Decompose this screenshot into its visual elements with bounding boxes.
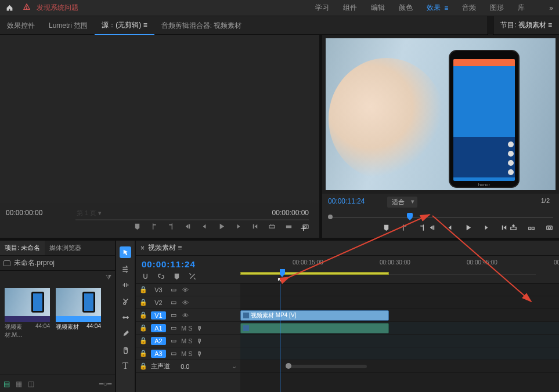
svg-rect-2 bbox=[269, 226, 275, 228]
program-monitor: honor 00:00:11:24 适合 1/2 bbox=[322, 35, 559, 238]
program-playhead[interactable] bbox=[407, 213, 413, 217]
track-v3[interactable]: 🔒V3▭👁 bbox=[136, 284, 240, 296]
tab-source[interactable]: 源：(无剪辑) ≡ bbox=[95, 16, 154, 35]
mark-in-icon[interactable] bbox=[150, 223, 158, 230]
icon-view-icon[interactable]: ▦ bbox=[16, 380, 22, 388]
audio-clip[interactable] bbox=[240, 323, 389, 333]
program-timecode[interactable]: 00:00:11:24 bbox=[328, 197, 365, 205]
step-back-icon[interactable] bbox=[446, 224, 454, 231]
go-in-icon[interactable] bbox=[428, 224, 436, 231]
selection-tool-icon[interactable] bbox=[120, 246, 131, 258]
warning-text[interactable]: 发现系统问题 bbox=[37, 3, 78, 13]
clip-item[interactable]: 视频素材44:04 bbox=[56, 288, 101, 370]
tab-effect-controls[interactable]: 效果控件 bbox=[0, 16, 42, 35]
source-tc-in[interactable]: 00:00:00:00 bbox=[6, 209, 42, 217]
timeline-tab[interactable]: 视频素材 ≡ bbox=[148, 243, 182, 253]
timeline-timecode[interactable]: 00:00:11:24 bbox=[142, 259, 235, 269]
go-in-icon[interactable] bbox=[184, 223, 192, 230]
pen-tool-icon[interactable] bbox=[120, 328, 131, 339]
source-canvas[interactable] bbox=[0, 35, 319, 203]
filter-bar[interactable]: ⧩ bbox=[0, 271, 115, 284]
marker-icon[interactable] bbox=[383, 224, 390, 231]
zoom-level[interactable]: 1/2 bbox=[541, 197, 550, 204]
overflow-icon[interactable]: » bbox=[549, 4, 553, 12]
insert-icon[interactable] bbox=[268, 223, 276, 230]
tab-project[interactable]: 项目: 未命名 bbox=[0, 241, 45, 255]
time-ruler[interactable]: 00:00:15:00 00:00:30:00 00:00:45:00 00:0… bbox=[240, 259, 559, 277]
overwrite-icon[interactable] bbox=[285, 223, 293, 230]
ws-library[interactable]: 库 bbox=[518, 3, 525, 13]
track-v2[interactable]: 🔒V2▭👁 bbox=[136, 296, 240, 309]
marker2-icon[interactable] bbox=[173, 273, 181, 280]
track-a3[interactable]: 🔒A3▭M S🎙 bbox=[136, 347, 240, 360]
pane-divider[interactable] bbox=[488, 16, 493, 35]
program-ruler[interactable] bbox=[328, 211, 553, 220]
snap-icon[interactable] bbox=[142, 273, 149, 280]
timeline-tabs: × 视频素材 ≡ bbox=[136, 241, 559, 256]
ws-color[interactable]: 颜色 bbox=[399, 3, 413, 13]
freeform-icon[interactable]: ◫ bbox=[28, 380, 34, 388]
go-out-icon[interactable] bbox=[500, 224, 508, 231]
track-select-tool-icon[interactable] bbox=[120, 263, 131, 274]
mark-out-icon[interactable] bbox=[167, 223, 175, 230]
source-ruler[interactable] bbox=[75, 219, 309, 220]
go-out-icon[interactable] bbox=[251, 223, 259, 230]
ws-learn[interactable]: 学习 bbox=[315, 3, 329, 13]
track-a1[interactable]: 🔒A1▭M S🎙 bbox=[136, 322, 240, 335]
svg-rect-7 bbox=[529, 227, 531, 230]
ws-graphics[interactable]: 图形 bbox=[490, 3, 504, 13]
tab-audio-mixer[interactable]: 音频剪辑混合器: 视频素材 bbox=[154, 16, 249, 35]
fit-dropdown[interactable]: 适合 bbox=[387, 197, 417, 208]
bin-row[interactable]: 未命名.prproj bbox=[0, 256, 115, 271]
mark-in-icon[interactable] bbox=[401, 224, 408, 231]
program-canvas[interactable]: honor bbox=[326, 38, 556, 190]
ws-edit[interactable]: 编辑 bbox=[371, 3, 385, 13]
track-a2[interactable]: 🔒A2▭M S🎙 bbox=[136, 335, 240, 347]
ripple-tool-icon[interactable] bbox=[120, 279, 131, 291]
play-icon[interactable] bbox=[218, 223, 225, 230]
tool-column: T bbox=[116, 241, 136, 392]
source-monitor: 00:00:00:00 第 1 页▾ 00:00:00:00 + bbox=[0, 35, 322, 238]
ws-effects[interactable]: 效果 bbox=[427, 3, 441, 13]
step-back-icon[interactable] bbox=[201, 223, 208, 230]
step-fwd-icon[interactable] bbox=[482, 224, 490, 231]
filter-icon[interactable]: ⧩ bbox=[106, 273, 111, 281]
marker-icon[interactable] bbox=[134, 223, 141, 230]
zoom-slider[interactable]: ━○━ bbox=[99, 380, 111, 388]
track-v1[interactable]: 🔒V1▭👁 bbox=[136, 309, 240, 322]
playhead-icon[interactable] bbox=[280, 269, 285, 274]
playhead-line[interactable] bbox=[280, 284, 280, 392]
link-icon[interactable] bbox=[157, 273, 165, 280]
svg-rect-6 bbox=[511, 227, 516, 230]
add-button-icon[interactable]: + bbox=[300, 223, 306, 235]
ws-assembly[interactable]: 组件 bbox=[343, 3, 357, 13]
tab-program[interactable]: 节目: 视频素材 ≡ bbox=[493, 20, 559, 30]
step-fwd-icon[interactable] bbox=[235, 223, 242, 230]
tab-media-browser[interactable]: 媒体浏览器 bbox=[45, 241, 86, 255]
mark-out-icon[interactable] bbox=[419, 224, 426, 231]
source-tc-out: 00:00:00:00 bbox=[272, 209, 309, 217]
video-clip[interactable]: 视频素材 MP4 [V] bbox=[240, 310, 389, 321]
lift-icon[interactable] bbox=[510, 224, 517, 231]
source-dropdown[interactable]: 第 1 页▾ bbox=[77, 209, 102, 217]
play-icon[interactable] bbox=[464, 224, 472, 231]
settings-icon[interactable] bbox=[189, 273, 196, 280]
home-icon[interactable] bbox=[6, 4, 13, 12]
tab-lumetri[interactable]: Lumetri 范围 bbox=[42, 16, 95, 35]
type-tool-icon[interactable]: T bbox=[120, 360, 131, 372]
clip-item[interactable]: 视频素材.M…44:04 bbox=[5, 288, 50, 370]
ws-audio[interactable]: 音频 bbox=[462, 3, 476, 13]
bin-icon bbox=[3, 260, 10, 266]
track-area[interactable]: 视频素材 MP4 [V] ↖ bbox=[240, 284, 559, 392]
workspaces: 学习 组件 编辑 颜色 效果 ≡ 音频 图形 库 » bbox=[315, 3, 553, 13]
export-frame-icon[interactable] bbox=[546, 224, 553, 231]
slip-tool-icon[interactable] bbox=[120, 311, 131, 323]
work-area-bar[interactable] bbox=[240, 272, 389, 275]
hand-tool-icon[interactable] bbox=[120, 344, 131, 355]
extract-icon[interactable] bbox=[528, 224, 535, 231]
panel-tabs: 效果控件 Lumetri 范围 源：(无剪辑) ≡ 音频剪辑混合器: 视频素材 … bbox=[0, 16, 559, 35]
track-master[interactable]: 🔒主声道 0.0⌄ bbox=[136, 360, 240, 373]
tl-close-icon[interactable]: × bbox=[140, 244, 145, 252]
list-view-icon[interactable]: ▤ bbox=[3, 380, 10, 388]
razor-tool-icon[interactable] bbox=[120, 295, 131, 307]
